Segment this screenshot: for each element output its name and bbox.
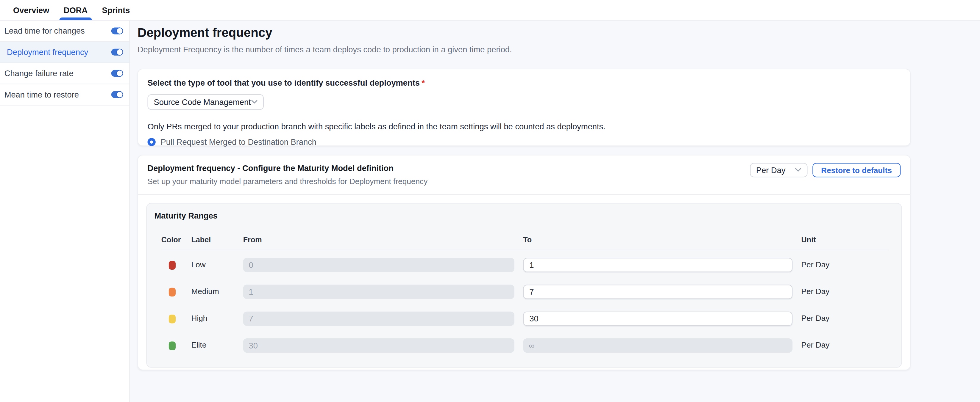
sidebar-item-label: Lead time for changes bbox=[5, 26, 85, 35]
sidebar-item-mean-time-to-restore[interactable]: Mean time to restore bbox=[0, 84, 129, 105]
tab-dora[interactable]: DORA bbox=[62, 0, 89, 20]
ranges-table-header: Color Label From To Unit bbox=[154, 236, 894, 245]
medium-to-input[interactable] bbox=[523, 285, 792, 299]
range-unit: Per Day bbox=[801, 312, 830, 326]
pr-merged-radio-row[interactable]: Pull Request Merged to Destination Branc… bbox=[147, 138, 900, 147]
maturity-ranges-card: Maturity Ranges Color Label From To Unit… bbox=[146, 203, 902, 367]
radio-selected-icon[interactable] bbox=[147, 138, 155, 146]
page-subtitle: Deployment Frequency is the number of ti… bbox=[138, 45, 512, 54]
change-failure-rate-toggle[interactable] bbox=[111, 70, 123, 77]
deployment-tool-card: Select the type of tool that you use to … bbox=[138, 69, 911, 146]
range-row-high: High Per Day bbox=[154, 312, 894, 326]
main-content: Deployment frequency Deployment Frequenc… bbox=[131, 21, 980, 402]
active-tab-underline bbox=[59, 17, 92, 20]
tool-type-select-value: Source Code Management bbox=[154, 98, 251, 107]
high-color-swatch bbox=[169, 314, 176, 323]
tool-select-label: Select the type of tool that you use to … bbox=[147, 78, 900, 87]
mean-time-to-restore-toggle[interactable] bbox=[111, 91, 123, 98]
tab-sprints-label: Sprints bbox=[102, 5, 130, 14]
range-unit: Per Day bbox=[801, 285, 830, 299]
radio-label: Pull Request Merged to Destination Branc… bbox=[161, 138, 317, 147]
high-from-input bbox=[243, 312, 514, 326]
dora-settings-page: Overview DORA Sprints Lead time for chan… bbox=[0, 0, 980, 402]
tool-type-select[interactable]: Source Code Management bbox=[147, 94, 264, 110]
range-row-elite: Elite Per Day bbox=[154, 339, 894, 353]
required-marker: * bbox=[422, 78, 425, 87]
page-title: Deployment frequency bbox=[138, 25, 272, 40]
range-label: Medium bbox=[191, 285, 219, 299]
sidebar-item-label: Mean time to restore bbox=[5, 90, 79, 99]
low-to-input[interactable] bbox=[523, 258, 792, 272]
medium-from-input bbox=[243, 285, 514, 299]
chevron-down-icon bbox=[795, 168, 801, 173]
maturity-section-subtitle: Set up your maturity model parameters an… bbox=[147, 177, 900, 186]
tab-sprints[interactable]: Sprints bbox=[100, 0, 131, 20]
tab-overview-label: Overview bbox=[13, 5, 49, 14]
toggle-knob bbox=[116, 70, 123, 76]
top-tab-bar: Overview DORA Sprints bbox=[0, 0, 980, 21]
maturity-model-header: Deployment frequency - Configure the Mat… bbox=[138, 155, 910, 195]
elite-from-input bbox=[243, 339, 514, 353]
high-to-input[interactable] bbox=[523, 312, 792, 326]
toggle-knob bbox=[116, 49, 123, 55]
elite-color-swatch bbox=[169, 341, 176, 350]
deployment-info-text: Only PRs merged to your production branc… bbox=[147, 122, 900, 131]
low-from-input bbox=[243, 258, 514, 272]
range-label: Elite bbox=[191, 339, 206, 353]
column-header-from: From bbox=[243, 236, 262, 244]
range-label: High bbox=[191, 312, 207, 326]
chevron-down-icon bbox=[251, 100, 258, 104]
sidebar-item-label: Deployment frequency bbox=[7, 47, 88, 57]
toggle-knob bbox=[116, 27, 123, 34]
sidebar-item-deployment-frequency[interactable]: Deployment frequency bbox=[0, 42, 129, 63]
toggle-knob bbox=[116, 91, 123, 98]
unit-select[interactable]: Per Day bbox=[750, 163, 807, 177]
sidebar-item-lead-time-for-changes[interactable]: Lead time for changes bbox=[0, 21, 129, 42]
deployment-frequency-toggle[interactable] bbox=[111, 49, 123, 55]
elite-to-input bbox=[523, 339, 792, 353]
unit-select-value: Per Day bbox=[756, 165, 786, 174]
low-color-swatch bbox=[169, 261, 176, 269]
table-header-divider bbox=[161, 250, 889, 250]
lead-time-toggle[interactable] bbox=[111, 27, 123, 34]
restore-to-defaults-button[interactable]: Restore to defaults bbox=[812, 163, 900, 177]
maturity-ranges-title: Maturity Ranges bbox=[154, 211, 894, 220]
sidebar-item-change-failure-rate[interactable]: Change failure rate bbox=[0, 63, 129, 84]
column-header-to: To bbox=[523, 236, 532, 244]
metrics-sidebar: Lead time for changes Deployment frequen… bbox=[0, 21, 130, 402]
maturity-header-controls: Per Day Restore to defaults bbox=[750, 163, 900, 177]
column-header-label: Label bbox=[191, 236, 211, 244]
column-header-unit: Unit bbox=[801, 236, 816, 244]
range-row-medium: Medium Per Day bbox=[154, 285, 894, 299]
range-unit: Per Day bbox=[801, 258, 830, 272]
range-unit: Per Day bbox=[801, 339, 830, 353]
tab-dora-label: DORA bbox=[64, 5, 88, 14]
tab-overview[interactable]: Overview bbox=[12, 0, 51, 20]
range-row-low: Low Per Day bbox=[154, 258, 894, 272]
maturity-model-card: Deployment frequency - Configure the Mat… bbox=[138, 155, 911, 370]
medium-color-swatch bbox=[169, 288, 176, 296]
column-header-color: Color bbox=[161, 236, 181, 244]
range-label: Low bbox=[191, 258, 205, 272]
sidebar-item-label: Change failure rate bbox=[5, 69, 73, 78]
